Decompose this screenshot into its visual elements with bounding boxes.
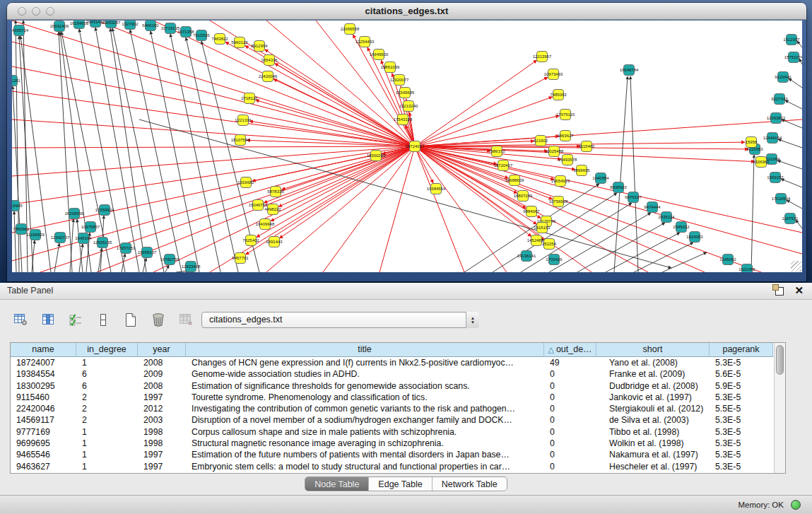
graph-node[interactable]: 16782759 xyxy=(160,255,180,265)
table-row[interactable]: 1456911722003Disruption of a novel membe… xyxy=(11,414,785,426)
graph-node[interactable]: 7515526 xyxy=(193,30,210,41)
graph-node[interactable]: 1916682 xyxy=(237,177,254,188)
graph-node[interactable]: 1167531 xyxy=(782,214,799,224)
graph-node[interactable]: 4671358 xyxy=(177,27,194,37)
graph-node[interactable]: 17957253 xyxy=(117,243,136,254)
graph-node[interactable]: 1512007 xyxy=(783,35,800,45)
graph-node[interactable]: 14524851 xyxy=(527,235,546,246)
graph-edge xyxy=(279,146,415,238)
graph-node[interactable]: 9115460 xyxy=(579,141,596,152)
graph-node[interactable]: 2945012 xyxy=(673,222,690,233)
graph-node[interactable]: 2935114 xyxy=(659,212,676,223)
graph-node[interactable]: 12254493 xyxy=(355,37,375,47)
show-columns-icon[interactable] xyxy=(39,311,57,328)
graph-node[interactable]: 16184601 xyxy=(70,21,89,29)
graph-node[interactable]: 1640954 xyxy=(592,173,609,184)
table-row[interactable]: 969969511998Structural magnetic resonanc… xyxy=(11,438,785,449)
table-cell: 2003 xyxy=(138,414,186,426)
graph-node[interactable]: 1824053 xyxy=(686,232,703,243)
column-header-out_de[interactable]: △ out_de… xyxy=(544,343,596,357)
graph-node[interactable]: 252254 xyxy=(542,239,557,250)
graph-node[interactable]: 1569297 xyxy=(767,173,784,183)
table-row[interactable]: 911546021997Tourette syndrome. Phenomeno… xyxy=(11,392,785,403)
graph-node[interactable]: 12923468 xyxy=(182,262,201,272)
tab-network-table[interactable]: Network Table xyxy=(432,477,507,491)
graph-node[interactable]: 1327602 xyxy=(122,21,139,30)
graph-node[interactable]: 1733426 xyxy=(546,255,563,265)
column-header-in_degree[interactable]: in_degree xyxy=(76,343,138,357)
graph-node[interactable]: 7986372 xyxy=(488,146,505,157)
table-scrollbar-thumb[interactable] xyxy=(776,345,784,375)
graph-node[interactable]: 12505135 xyxy=(93,238,112,248)
network-canvas[interactable]: 1872400724355724206914061618460120431417… xyxy=(12,21,802,272)
table-cell: 18724007 xyxy=(11,357,76,368)
graph-node[interactable]: 621602 xyxy=(534,136,548,146)
table-row[interactable]: 1872400712008Changes of HCN gene express… xyxy=(11,357,785,368)
graph-node[interactable]: 8938923 xyxy=(610,182,627,193)
table-scrollbar[interactable] xyxy=(774,343,785,473)
row-height-icon[interactable] xyxy=(94,311,112,328)
graph-node[interactable]: 10653287 xyxy=(102,21,121,28)
table-row[interactable]: 1938455462009Genome-wide association stu… xyxy=(11,368,785,380)
graph-node[interactable]: 12213967 xyxy=(533,52,552,62)
graph-node[interactable]: 9884067 xyxy=(523,206,540,217)
graph-node[interactable]: 12342737 xyxy=(51,233,70,243)
graph-node[interactable]: 7485063 xyxy=(550,90,567,100)
graph-node[interactable]: 9129946 xyxy=(775,72,792,83)
window-titlebar[interactable]: citations_edges.txt xyxy=(7,3,806,20)
graph-node[interactable]: 17975115 xyxy=(556,110,575,120)
graph-node[interactable]: 12444154 xyxy=(763,133,782,144)
table-row[interactable]: 1830029562008Estimation of significance … xyxy=(11,380,785,392)
graph-node[interactable]: 10975857 xyxy=(81,222,100,233)
delete-table-icon[interactable] xyxy=(149,311,167,328)
zoom-window-icon[interactable] xyxy=(46,7,54,16)
close-window-icon[interactable] xyxy=(18,7,26,16)
graph-node[interactable]: 14136141 xyxy=(517,251,536,262)
graph-node[interactable]: 15493578 xyxy=(558,155,577,165)
graph-node[interactable]: 9899695 xyxy=(573,165,590,176)
graph-node[interactable]: 15751074 xyxy=(784,52,802,63)
graph-node[interactable]: 19958107 xyxy=(138,247,157,258)
graph-edge xyxy=(323,146,415,272)
table-row[interactable]: 946554611997Estimation of the future num… xyxy=(11,449,785,460)
tab-edge-table[interactable]: Edge Table xyxy=(368,477,431,491)
column-header-name[interactable]: name xyxy=(11,343,76,357)
select-columns-icon[interactable] xyxy=(66,311,85,328)
graph-edge xyxy=(12,42,415,146)
column-header-year[interactable]: year xyxy=(138,343,186,357)
table-select-dropdown[interactable]: citations_edges.txt ▲▼ xyxy=(201,312,479,328)
graph-node[interactable]: 16648784 xyxy=(620,65,639,76)
graph-node[interactable]: 1691443 xyxy=(266,237,283,247)
graph-node[interactable]: 4498222 xyxy=(264,204,281,215)
graph-node[interactable]: 1245052 xyxy=(719,255,736,265)
float-panel-icon[interactable] xyxy=(775,287,784,296)
table-cell: 2008 xyxy=(138,380,186,392)
graph-node[interactable]: 17016504 xyxy=(772,194,791,204)
graph-node[interactable]: 26206556 xyxy=(65,209,84,219)
graph-node[interactable]: 10756928 xyxy=(549,197,568,207)
tab-node-table[interactable]: Node Table xyxy=(305,477,368,491)
table-row[interactable]: 946362711997Embryonic stem cells: a mode… xyxy=(11,461,785,472)
minimize-window-icon[interactable] xyxy=(32,7,40,16)
graph-node[interactable]: 9319945 xyxy=(12,201,23,211)
new-column-icon[interactable] xyxy=(122,311,140,328)
column-header-title[interactable]: title xyxy=(186,343,544,357)
column-header-short[interactable]: short xyxy=(596,343,710,357)
network-graph[interactable]: 1872400724355724206914061618460120431417… xyxy=(12,21,802,272)
graph-node[interactable]: 18807249 xyxy=(514,191,533,201)
graph-node[interactable]: 15958 xyxy=(746,137,758,148)
graph-node[interactable]: 9227343 xyxy=(771,94,788,105)
table-mode-icon[interactable] xyxy=(11,311,30,328)
graph-node[interactable]: 24355724 xyxy=(12,25,29,36)
column-header-pagerank[interactable]: pagerank xyxy=(710,343,773,357)
table-row[interactable]: 2242004622012Investigating the contribut… xyxy=(11,403,785,414)
graph-node[interactable]: 2031281 xyxy=(12,76,20,86)
graph-node[interactable]: 20691406 xyxy=(50,21,69,32)
graph-node[interactable]: 20431417 xyxy=(86,21,105,28)
delete-columns-icon[interactable] xyxy=(177,311,195,328)
graph-node[interactable]: 11156829 xyxy=(26,230,45,240)
graph-node[interactable]: 22066568 xyxy=(341,24,360,35)
table-row[interactable]: 977716911998Corpus callosum shape and si… xyxy=(11,426,785,438)
window-resize-grip[interactable] xyxy=(791,261,801,271)
close-panel-icon[interactable]: ✕ xyxy=(794,284,804,297)
